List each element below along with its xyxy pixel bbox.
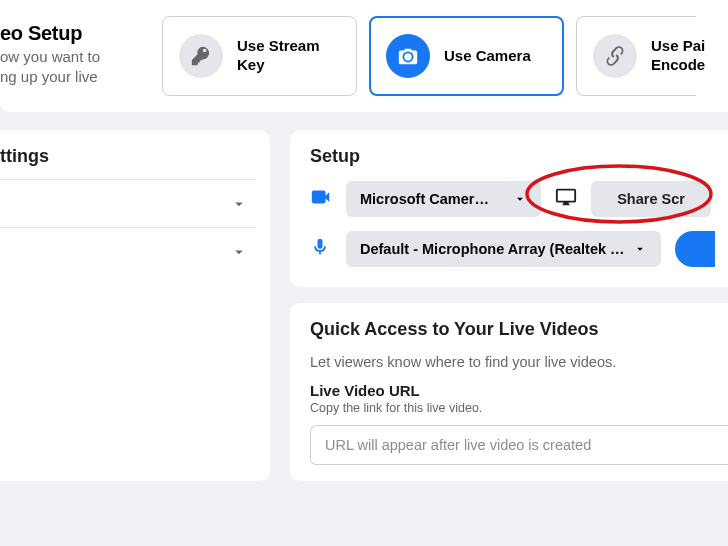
settings-heading: ttings [0,146,256,167]
link-icon [593,34,637,78]
chevron-down-icon [230,195,248,213]
microphone-dropdown[interactable]: Default - Microphone Array (Realtek … [346,231,661,267]
caret-down-icon [633,242,647,256]
option-label: Use PaiEncode [651,37,705,75]
quick-access-panel: Quick Access to Your Live Videos Let vie… [290,303,728,481]
option-camera[interactable]: Use Camera [369,16,564,96]
monitor-icon [555,186,577,212]
page-subtitle: ow you want tong up your live [0,47,150,86]
main-row: ttings Setup Microsoft Camer… [0,112,728,481]
video-setup-header: eo Setup ow you want tong up your live U… [0,0,728,112]
microphone-icon [310,237,332,261]
page-title: eo Setup [0,22,150,45]
camera-dropdown[interactable]: Microsoft Camer… [346,181,541,217]
quick-subtitle: Let viewers know where to find your live… [310,354,728,370]
url-caption: Copy the link for this live video. [310,401,728,415]
microphone-dropdown-label: Default - Microphone Array (Realtek … [360,241,625,257]
right-column: Setup Microsoft Camer… Share Scr [290,130,728,481]
option-paired-encoder[interactable]: Use PaiEncode [576,16,696,96]
settings-panel: ttings [0,130,270,481]
url-label: Live Video URL [310,382,728,399]
option-cards: Use Stream Key Use Camera Use PaiEncode [162,16,696,96]
mic-row: Default - Microphone Array (Realtek … [310,231,728,267]
video-camera-icon [310,186,332,212]
key-icon [179,34,223,78]
option-label: Use Stream Key [237,37,340,75]
share-screen-group: Share Scr [555,181,711,217]
camera-dropdown-label: Microsoft Camer… [360,191,489,207]
settings-collapse-2[interactable] [0,227,256,275]
blue-action-button[interactable] [675,231,715,267]
share-screen-button[interactable]: Share Scr [591,181,711,217]
camera-row: Microsoft Camer… Share Scr [310,181,728,217]
option-stream-key[interactable]: Use Stream Key [162,16,357,96]
setup-panel: Setup Microsoft Camer… Share Scr [290,130,728,287]
caret-down-icon [513,192,527,206]
video-setup-heading: eo Setup ow you want tong up your live [0,22,150,86]
camera-icon [386,34,430,78]
setup-heading: Setup [310,146,728,167]
settings-collapse-1[interactable] [0,179,256,227]
url-field[interactable]: URL will appear after live video is crea… [310,425,728,465]
chevron-down-icon [230,243,248,261]
option-label: Use Camera [444,47,531,66]
quick-heading: Quick Access to Your Live Videos [310,319,728,340]
